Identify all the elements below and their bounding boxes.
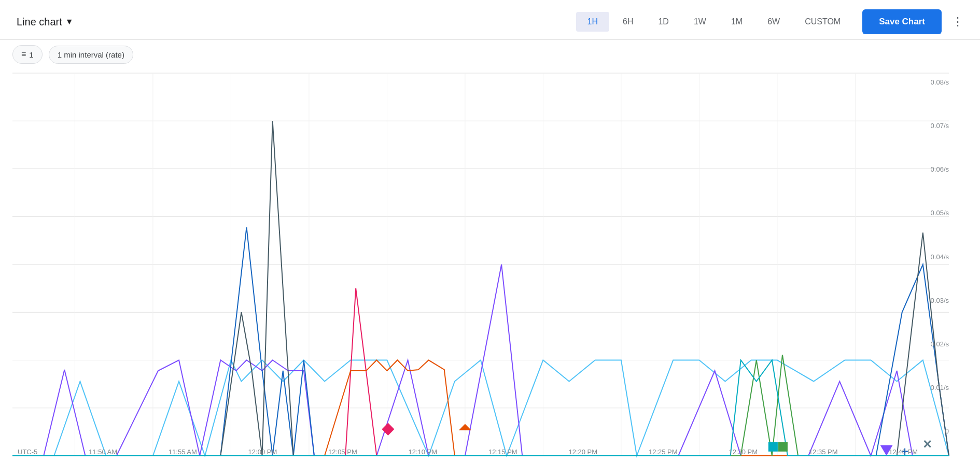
x-label-1230: 12:30 PM (729, 448, 758, 456)
y-label-0: 0 (945, 427, 949, 435)
time-btn-1m[interactable]: 1M (720, 12, 754, 32)
y-axis-labels: 0.08/s 0.07/s 0.06/s 0.05/s 0.04/s 0.03/… (920, 78, 949, 435)
time-btn-1w[interactable]: 1W (682, 12, 718, 32)
time-btn-custom[interactable]: CUSTOM (793, 12, 852, 32)
chart-area: + ✕ 0.08/s 0.07/s 0.06/s 0.05/s 0.04/s 0… (0, 68, 980, 476)
x-label-1210: 12:10 PM (409, 448, 438, 456)
chart-type-button[interactable]: Line chart ▼ (12, 14, 78, 30)
time-range-buttons: 1H 6H 1D 1W 1M 6W CUSTOM (576, 12, 852, 32)
time-btn-6h[interactable]: 6H (611, 12, 645, 32)
x-axis-labels: UTC-5 11:50 AM 11:55 AM 12:00 PM 12:05 P… (12, 448, 918, 456)
marker-triangle-orange (459, 424, 471, 430)
x-label-1205: 12:05 PM (328, 448, 357, 456)
filter-bar: ≡ 1 1 min interval (rate) (0, 40, 980, 68)
y-label-2: 0.02/s (931, 340, 949, 348)
time-btn-6w[interactable]: 6W (756, 12, 791, 32)
time-btn-1h[interactable]: 1H (576, 12, 609, 32)
y-label-7: 0.07/s (931, 122, 949, 130)
y-label-3: 0.03/s (931, 297, 949, 304)
marker-x-gray: ✕ (922, 438, 932, 451)
chart-inner: + ✕ 0.08/s 0.07/s 0.06/s 0.05/s 0.04/s 0… (12, 73, 949, 456)
chart-svg: + ✕ (12, 73, 949, 456)
interval-button[interactable]: 1 min interval (rate) (49, 46, 133, 64)
x-label-1225: 12:25 PM (649, 448, 678, 456)
x-label-1155: 11:55 AM (169, 448, 197, 456)
filter-button[interactable]: ≡ 1 (12, 45, 43, 64)
filter-count: 1 (29, 50, 33, 59)
chart-type-dropdown-icon: ▼ (65, 17, 74, 26)
filter-icon: ≡ (21, 50, 26, 59)
x-label-utc: UTC-5 (18, 448, 37, 456)
x-label-1240: 12:40 PM (889, 448, 918, 456)
x-label-1150: 11:50 AM (89, 448, 117, 456)
x-label-1215: 12:15 PM (488, 448, 517, 456)
y-label-5: 0.05/s (931, 209, 949, 217)
x-label-1235: 12:35 PM (809, 448, 838, 456)
y-label-8: 0.08/s (931, 78, 949, 86)
y-label-4: 0.04/s (931, 253, 949, 261)
more-options-button[interactable]: ⋮ (948, 13, 968, 31)
y-label-1: 0.01/s (931, 384, 949, 391)
top-bar: Line chart ▼ 1H 6H 1D 1W 1M 6W CUSTOM Sa… (0, 0, 980, 40)
x-label-1200: 12:00 PM (248, 448, 277, 456)
chart-type-label: Line chart (17, 16, 62, 28)
y-label-6: 0.06/s (931, 165, 949, 173)
time-btn-1d[interactable]: 1D (647, 12, 680, 32)
x-label-1220: 12:20 PM (568, 448, 597, 456)
save-chart-button[interactable]: Save Chart (862, 9, 942, 34)
